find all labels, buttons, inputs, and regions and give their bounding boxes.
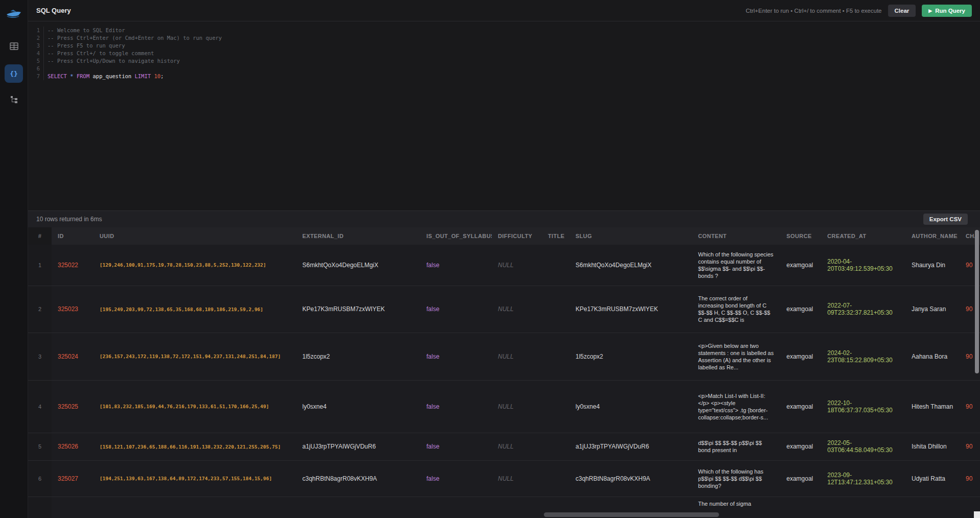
code-line[interactable]: 1-- Welcome to SQL Editor — [28, 27, 980, 34]
cell-content: <p>Given below are two statements : one … — [692, 333, 780, 380]
sidebar-item-sql-editor[interactable]: {} — [5, 64, 23, 83]
table-row[interactable]: 4325025[101,83,232,185,169,44,76,216,179… — [28, 380, 980, 433]
cell-content: The correct order of increasing bond len… — [692, 286, 780, 333]
column-header-id[interactable]: ID — [52, 227, 93, 245]
column-header-source[interactable]: SOURCE — [780, 227, 821, 245]
cell-title — [542, 245, 569, 286]
column-header-difficulty[interactable]: DIFFICULTY — [492, 227, 542, 245]
cell-id: 325027 — [52, 460, 93, 497]
code-line[interactable]: 6 — [28, 65, 980, 73]
code-line[interactable]: 5-- Press Ctrl+Up/Down to navigate histo… — [28, 57, 980, 65]
cell-id: 325024 — [52, 333, 93, 380]
sidebar-item-schema[interactable] — [5, 91, 23, 109]
sql-editor[interactable]: 1-- Welcome to SQL Editor2-- Press Ctrl+… — [28, 21, 980, 210]
cell-is_out_of_syllabus: false — [420, 245, 492, 286]
cell-external_id: S6mkhtQoXo4DegoELMgiX — [296, 245, 420, 286]
run-query-button[interactable]: ▶Run Query — [922, 5, 972, 17]
cell-id: 325026 — [52, 433, 93, 460]
column-header-uuid[interactable]: UUID — [93, 227, 296, 245]
topbar: SQL Query Ctrl+Enter to run • Ctrl+/ to … — [28, 0, 980, 21]
cell-source: examgoal — [780, 286, 821, 333]
cell-id: 325025 — [52, 380, 93, 433]
cell-difficulty: NULL — [492, 245, 542, 286]
cell-num: 6 — [28, 460, 52, 497]
column-header-num[interactable]: # — [28, 227, 52, 245]
table-row[interactable]: 6325027[194,251,139,63,167,138,64,89,172… — [28, 460, 980, 497]
cell-source: examgoal — [780, 333, 821, 380]
cell-title — [542, 380, 569, 433]
cell-external_id: a1jUJ3rpTPYAIWGjVDuR6 — [296, 433, 420, 460]
cell-title — [542, 286, 569, 333]
cell-source: examgoal — [780, 380, 821, 433]
cell-uuid: [129,246,100,91,175,19,78,28,150,23,88,5… — [93, 245, 296, 286]
cell-is_out_of_syllabus: false — [420, 380, 492, 433]
cell-num: 4 — [28, 380, 52, 433]
cell-created_at: 2020-04-20T03:49:12.539+05:30 — [821, 245, 905, 286]
sidebar-item-tables[interactable] — [5, 38, 23, 56]
code-line[interactable]: 2-- Press Ctrl+Enter (or Cmd+Enter on Ma… — [28, 34, 980, 42]
code-text: -- Press Ctrl+Up/Down to navigate histor… — [44, 57, 180, 65]
sidebar: {} — [0, 0, 28, 518]
cell-is_out_of_syllabus: false — [420, 460, 492, 497]
results-panel: 10 rows returned in 6ms Export CSV #IDUU… — [28, 210, 980, 518]
cell-cha: 90 — [960, 380, 980, 433]
column-header-created_at[interactable]: CREATED_AT — [821, 227, 905, 245]
cell-content: d$$\pi $$ $$-$$ p$$\pi $$ bond present i… — [692, 433, 780, 460]
cell-content: <p>Match List-I with List-II:</p> <p><st… — [692, 380, 780, 433]
line-number: 3 — [28, 42, 44, 50]
code-line[interactable]: 3-- Press F5 to run query — [28, 42, 980, 50]
export-csv-button[interactable]: Export CSV — [923, 214, 968, 225]
table-row[interactable]: 3325024[236,157,243,172,119,138,72,172,1… — [28, 333, 980, 380]
column-header-slug[interactable]: SLUG — [569, 227, 692, 245]
curly-braces-icon: {} — [10, 70, 18, 78]
vertical-scrollbar-thumb[interactable] — [975, 230, 979, 373]
line-number: 4 — [28, 50, 44, 57]
column-header-title[interactable]: TITLE — [542, 227, 569, 245]
cell-author_name: Shaurya Din — [905, 245, 960, 286]
column-header-external_id[interactable]: EXTERNAL_ID — [296, 227, 420, 245]
table-row[interactable]: 2325023[195,249,203,99,72,138,65,35,168,… — [28, 286, 980, 333]
cell-external_id — [296, 497, 420, 518]
cell-slug: 1l5zcopx2 — [569, 333, 692, 380]
scrollbar-corner — [974, 511, 980, 518]
line-number: 2 — [28, 34, 44, 42]
cell-slug: S6mkhtQoXo4DegoELMgiX — [569, 245, 692, 286]
schema-tree-icon — [10, 96, 18, 105]
line-number: 5 — [28, 57, 44, 65]
cell-created_at — [821, 497, 905, 518]
table-row[interactable]: The number of sigma — [28, 497, 980, 518]
page-title: SQL Query — [36, 7, 71, 14]
column-header-content[interactable]: CONTENT — [692, 227, 780, 245]
cell-author_name: Janya Saran — [905, 286, 960, 333]
clear-button[interactable]: Clear — [888, 5, 916, 17]
cell-content: Which of the following has p$$\pi $$ $$-… — [692, 460, 780, 497]
table-row[interactable]: 5325026[158,121,107,236,65,188,66,116,19… — [28, 433, 980, 460]
cell-source — [780, 497, 821, 518]
cell-created_at: 2023-09-12T13:47:12.331+05:30 — [821, 460, 905, 497]
results-table: #IDUUIDEXTERNAL_IDIS_OUT_OF_SYLLABUSDIFF… — [28, 227, 980, 518]
cell-difficulty: NULL — [492, 380, 542, 433]
cell-difficulty: NULL — [492, 433, 542, 460]
cell-created_at: 2022-07-09T23:32:37.821+05:30 — [821, 286, 905, 333]
cell-num — [28, 497, 52, 518]
column-header-is_out_of_syllabus[interactable]: IS_OUT_OF_SYLLABUS — [420, 227, 492, 245]
column-header-author_name[interactable]: AUTHOR_NAME — [905, 227, 960, 245]
results-toolbar: 10 rows returned in 6ms Export CSV — [28, 210, 980, 227]
code-line[interactable]: 4-- Press Ctrl+/ to toggle comment — [28, 50, 980, 57]
line-number: 1 — [28, 27, 44, 34]
code-line[interactable]: 7SELECT * FROM app_question LIMIT 10; — [28, 73, 980, 80]
cell-num: 1 — [28, 245, 52, 286]
cell-num: 3 — [28, 333, 52, 380]
code-text: -- Press Ctrl+/ to toggle comment — [44, 50, 154, 57]
cell-is_out_of_syllabus: false — [420, 433, 492, 460]
cell-num: 2 — [28, 286, 52, 333]
cell-created_at: 2022-10-18T06:37:37.035+05:30 — [821, 380, 905, 433]
cell-slug: ly0sxne4 — [569, 380, 692, 433]
table-row[interactable]: 1325022[129,246,100,91,175,19,78,28,150,… — [28, 245, 980, 286]
cell-external_id: KPe17K3mRUSBM7zxWIYEK — [296, 286, 420, 333]
cell-author_name: Ishita Dhillon — [905, 433, 960, 460]
code-lines: 1-- Welcome to SQL Editor2-- Press Ctrl+… — [28, 27, 980, 80]
horizontal-scrollbar-thumb[interactable] — [544, 512, 719, 517]
cell-title — [542, 333, 569, 380]
results-header-row: #IDUUIDEXTERNAL_IDIS_OUT_OF_SYLLABUSDIFF… — [28, 227, 980, 245]
